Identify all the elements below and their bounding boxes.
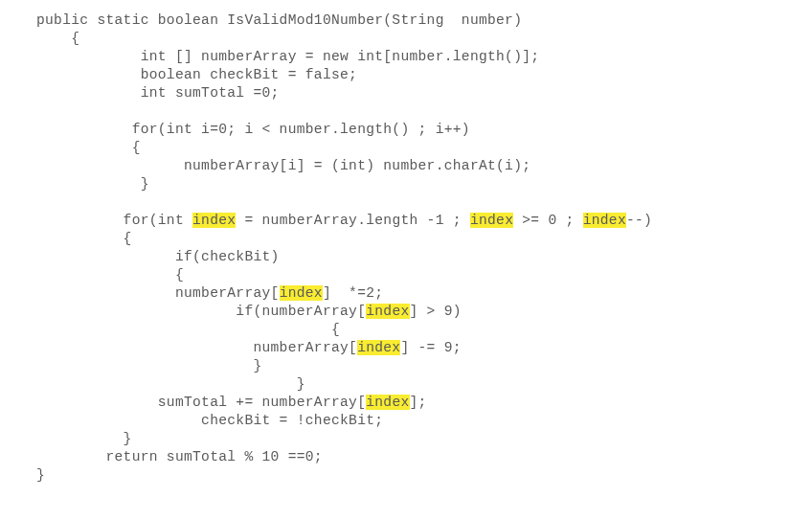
highlight-index: index (366, 304, 409, 319)
code-line: } (36, 431, 132, 446)
code-line: sumTotal += numberArray[index]; (36, 395, 427, 410)
code-line: numberArray[index] *=2; (36, 285, 383, 301)
highlight-index: index (470, 213, 513, 228)
code-line: public static boolean IsValidMod10Number… (36, 12, 522, 28)
highlight-index: index (280, 285, 323, 301)
highlight-index: index (357, 340, 400, 355)
code-line: } (36, 467, 45, 483)
code-line: { (36, 267, 184, 283)
code-block: public static boolean IsValidMod10Number… (0, 0, 812, 485)
code-line: numberArray[i] = (int) number.charAt(i); (36, 158, 530, 173)
code-line: for(int index = numberArray.length -1 ; … (36, 213, 652, 228)
code-line: numberArray[index] -= 9; (36, 340, 462, 355)
code-line: } (36, 176, 149, 192)
highlight-index: index (192, 213, 236, 228)
code-line: int [] numberArray = new int[number.leng… (36, 49, 539, 64)
code-line: return sumTotal % 10 ==0; (36, 449, 323, 464)
code-line: { (36, 31, 79, 46)
code-line: int sumTotal =0; (36, 85, 280, 101)
code-line: } (36, 376, 305, 392)
code-line: for(int i=0; i < number.length() ; i++) (36, 122, 470, 137)
code-line: { (36, 322, 340, 337)
code-line: if(checkBit) (36, 249, 280, 264)
highlight-index: index (366, 395, 409, 410)
highlight-index: index (583, 213, 626, 228)
code-line: { (36, 140, 141, 155)
code-line: { (36, 231, 132, 246)
code-line: boolean checkBit = false; (36, 67, 357, 82)
code-line: checkBit = !checkBit; (36, 413, 383, 428)
code-line: if(numberArray[index] > 9) (36, 304, 462, 319)
code-line: } (36, 358, 262, 373)
